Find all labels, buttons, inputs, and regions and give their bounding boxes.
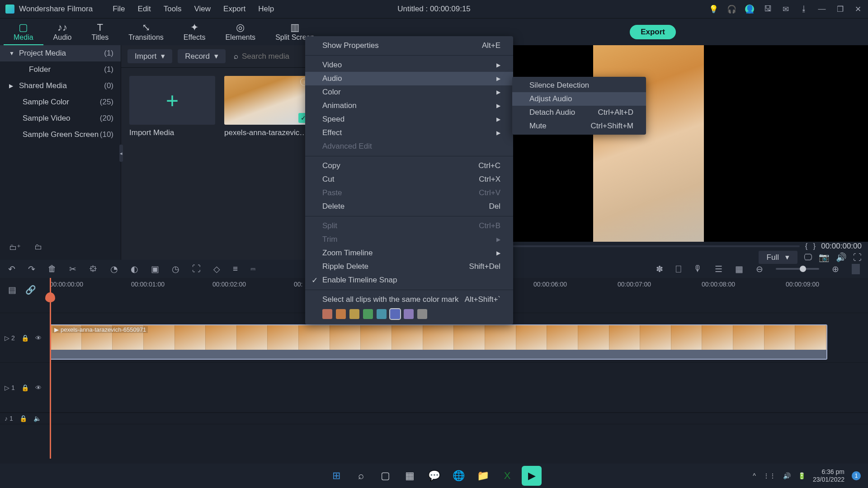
save-icon[interactable]: 🖫 [763, 5, 772, 14]
playhead[interactable] [50, 278, 51, 459]
menu-view[interactable]: View [188, 5, 217, 14]
snapshot-icon[interactable]: 📷 [819, 252, 830, 263]
timeline-clip[interactable]: ▶ pexels-anna-tarazevich-6550971 [50, 324, 827, 360]
new-folder-icon[interactable]: 🗀⁺ [9, 243, 21, 252]
ctx-copy[interactable]: CopyCtrl+C [305, 159, 513, 173]
ctx-audio[interactable]: Audio▶ [305, 72, 513, 85]
library-item-sample-green-screen[interactable]: Sample Green Screen(10) [0, 127, 121, 143]
panel-collapse-handle[interactable]: ◂ [119, 145, 123, 162]
taskbar-search-icon[interactable]: ⌕ [351, 466, 371, 486]
redo-icon[interactable]: ↷ [28, 264, 35, 274]
library-item-shared-media[interactable]: ▶Shared Media(0) [0, 78, 121, 94]
delete-icon[interactable]: 🗑 [48, 264, 57, 274]
menu-export[interactable]: Export [217, 5, 252, 14]
ctx-show-properties[interactable]: Show PropertiesAlt+E [305, 39, 513, 52]
support-icon[interactable]: 🎧 [727, 5, 736, 14]
speed-icon[interactable]: ◔ [110, 264, 118, 274]
battery-icon[interactable]: 🔋 [798, 472, 806, 479]
tab-titles[interactable]: TTitles [82, 23, 119, 42]
mixer-icon[interactable]: ☰ [715, 264, 722, 274]
teams-icon[interactable]: 💬 [424, 466, 444, 486]
mark-out-icon[interactable]: } [813, 242, 816, 251]
lock-icon[interactable]: 🔒 [21, 384, 29, 391]
split-tool-icon[interactable]: ✂ [69, 264, 76, 274]
tab-media[interactable]: ▢Media [4, 23, 43, 45]
menu-tools[interactable]: Tools [157, 5, 188, 14]
submenu-detach-audio[interactable]: Detach AudioCtrl+Alt+D [512, 106, 646, 119]
duration-icon[interactable]: ◷ [172, 264, 179, 274]
menu-help[interactable]: Help [252, 5, 280, 14]
timeline[interactable]: ▷ 2🔒👁 ▶ pexels-anna-tarazevich-6550971 ▷… [0, 301, 868, 481]
ctx-cut[interactable]: CutCtrl+X [305, 173, 513, 186]
keyframe-nav-icon[interactable]: ⛶ [192, 264, 201, 274]
volume-icon[interactable]: 🔊 [836, 252, 847, 263]
undo-icon[interactable]: ↶ [8, 264, 15, 274]
keyframe-icon[interactable]: ◇ [213, 264, 220, 274]
maximize-icon[interactable]: ❐ [835, 5, 844, 14]
media-clip-tile[interactable]: i✓ pexels-anna-tarazevich-6... [224, 76, 310, 137]
notification-badge[interactable]: 1 [852, 471, 861, 480]
display-icon[interactable]: 🖵 [804, 253, 812, 263]
ctx-zoom-timeline[interactable]: Zoom Timeline▶ [305, 246, 513, 260]
library-item-project-media[interactable]: ▼Project Media(1) [0, 45, 121, 61]
eye-icon[interactable]: 👁 [35, 334, 42, 342]
zoom-in-icon[interactable]: ⊕ [832, 264, 839, 274]
ctx-video[interactable]: Video▶ [305, 58, 513, 72]
zoom-out-icon[interactable]: ⊖ [756, 264, 763, 274]
audio-mixer-icon[interactable]: ⎓ [250, 264, 255, 274]
lock-icon[interactable]: 🔒 [19, 415, 27, 422]
mark-in-icon[interactable]: { [805, 242, 808, 251]
color-swatch[interactable] [322, 309, 332, 319]
video-track-1[interactable]: ▷ 1🔒👁 [0, 363, 868, 413]
wifi-icon[interactable]: ⋮⋮ [763, 472, 776, 479]
export-button[interactable]: Export [630, 25, 676, 39]
mute-icon[interactable]: 🔈 [33, 415, 41, 422]
submenu-adjust-audio[interactable]: Adjust Audio [512, 92, 646, 106]
eye-icon[interactable]: 👁 [35, 384, 42, 391]
ctx-color[interactable]: Color▶ [305, 85, 513, 99]
submenu-mute[interactable]: MuteCtrl+Shift+M [512, 119, 646, 133]
link-icon[interactable]: 🔗 [25, 285, 36, 295]
color-icon[interactable]: ◐ [131, 264, 138, 274]
mail-icon[interactable]: ✉ [781, 5, 790, 14]
quality-select[interactable]: Full▾ [759, 251, 797, 264]
ctx-enable-snap[interactable]: ✓Enable Timeline Snap [305, 273, 513, 287]
submenu-silence-detection[interactable]: Silence Detection [512, 79, 646, 92]
menu-file[interactable]: File [106, 5, 131, 14]
library-item-folder[interactable]: Folder(1) [0, 61, 121, 78]
track-manager-icon[interactable]: ▤ [8, 285, 16, 295]
tray-chevron-icon[interactable]: ^ [753, 472, 756, 479]
import-dropdown[interactable]: Import▾ [127, 49, 172, 63]
account-icon[interactable]: 👤 [745, 5, 754, 14]
marker-icon[interactable]: ⎕ [676, 264, 681, 274]
green-screen-icon[interactable]: ▣ [151, 264, 159, 274]
adjust-icon[interactable]: ≡ [233, 264, 238, 274]
crop-icon[interactable]: ⯐ [89, 264, 98, 274]
start-icon[interactable]: ⊞ [326, 466, 346, 486]
tips-icon[interactable]: 💡 [709, 5, 718, 14]
explorer-icon[interactable]: 📁 [473, 466, 493, 486]
minimize-icon[interactable]: — [817, 5, 826, 14]
color-swatch[interactable] [390, 309, 400, 319]
audio-track-1[interactable]: ♪ 1🔒🔈 [0, 413, 868, 424]
zoom-slider[interactable] [776, 268, 819, 270]
preview-render-icon[interactable]: ▦ [735, 264, 743, 274]
color-swatch[interactable] [404, 309, 414, 319]
task-view-icon[interactable]: ▢ [375, 466, 395, 486]
system-clock[interactable]: 6:36 pm23/01/2022 [813, 468, 844, 483]
tab-audio[interactable]: ♪♪Audio [43, 23, 82, 42]
ctx-ripple-delete[interactable]: Ripple DeleteShift+Del [305, 260, 513, 273]
tab-transitions[interactable]: ⤡Transitions [118, 23, 174, 42]
fullscreen-icon[interactable]: ⛶ [853, 253, 862, 263]
record-dropdown[interactable]: Record▾ [178, 49, 226, 63]
color-swatch[interactable] [417, 309, 427, 319]
voiceover-icon[interactable]: 🎙 [693, 264, 702, 274]
tab-elements[interactable]: ◎Elements [215, 23, 265, 42]
color-swatch[interactable] [363, 309, 373, 319]
ctx-delete[interactable]: DeleteDel [305, 200, 513, 213]
filmora-taskbar-icon[interactable]: ▶ [522, 466, 542, 486]
download-icon[interactable]: ⭳ [799, 5, 808, 14]
color-swatch[interactable] [349, 309, 359, 319]
library-item-sample-video[interactable]: Sample Video(20) [0, 110, 121, 127]
close-icon[interactable]: ✕ [854, 5, 863, 14]
